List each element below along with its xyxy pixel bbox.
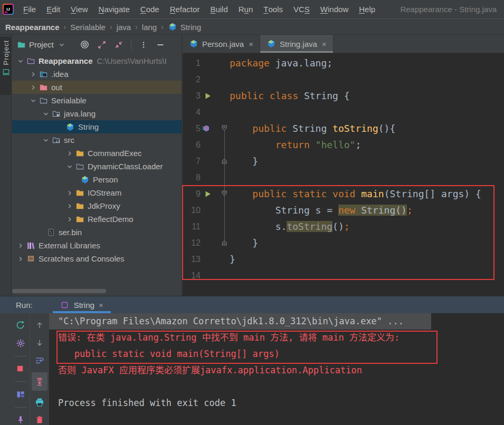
line-number: 13 <box>183 255 201 264</box>
breadcrumb-item-lang[interactable]: lang <box>142 23 157 32</box>
tree-item-java-lang[interactable]: java.lang <box>12 107 182 120</box>
svg-text:10: 10 <box>49 232 52 235</box>
project-panel-title: Project <box>29 40 54 49</box>
pin-icon[interactable] <box>14 414 27 425</box>
editor-area[interactable]: Person.java×String.java× 1package java.l… <box>183 35 504 296</box>
more-options-icon[interactable] <box>139 40 148 50</box>
tree-item-string[interactable]: String <box>12 120 182 133</box>
chevron-down-icon[interactable] <box>41 110 51 118</box>
project-tree: ReappearanceC:\Users\VanHurts\I.ideaoutS… <box>12 54 182 265</box>
menu-vcs[interactable]: VCS <box>288 0 315 19</box>
chevron-right-icon[interactable] <box>65 189 74 197</box>
chevron-down-icon[interactable] <box>41 137 51 144</box>
tree-item-src[interactable]: src <box>12 133 182 147</box>
run-tab-string[interactable]: String × <box>53 296 111 313</box>
tree-item-person[interactable]: Person <box>12 173 182 186</box>
tree-item-label: String <box>78 122 99 131</box>
code-line-3: 3public class String { <box>183 88 504 104</box>
chevron-right-icon[interactable] <box>65 216 74 223</box>
breadcrumb-item-reappearance[interactable]: Reappearance <box>5 23 60 32</box>
expand-all-icon[interactable] <box>97 40 107 50</box>
editor-tab-person-java[interactable]: Person.java× <box>183 35 260 53</box>
breadcrumb-item-string[interactable]: String <box>168 22 201 32</box>
chevron-right-icon[interactable] <box>16 242 25 249</box>
menu-build[interactable]: Build <box>205 0 233 19</box>
project-panel-header: Project <box>12 35 182 54</box>
breadcrumb-item-serialable[interactable]: Serialable <box>70 23 106 32</box>
restore-layout-icon[interactable] <box>14 389 27 400</box>
settings-icon[interactable] <box>14 337 27 349</box>
tree-item-commandexec[interactable]: CommandExec <box>12 147 182 160</box>
menu-navigate[interactable]: Navigate <box>93 0 135 19</box>
override-icon[interactable] <box>199 124 210 133</box>
project-tool-window: Project ReappearanceC:\Users\VanHurts\I.… <box>12 35 182 296</box>
chevron-right-icon[interactable] <box>16 255 25 263</box>
chevron-right-icon[interactable] <box>28 84 38 91</box>
tree-item-out[interactable]: out <box>12 81 182 94</box>
chevron-down-icon[interactable] <box>57 40 66 50</box>
intellij-logo-icon: IJ <box>3 4 14 15</box>
chevron-right-icon[interactable] <box>65 150 74 157</box>
menu-edit[interactable]: Edit <box>41 0 65 19</box>
scroll-to-end-icon[interactable] <box>32 372 47 391</box>
tree-item-jdkproxy[interactable]: JdkProxy <box>12 199 182 213</box>
menu-tools[interactable]: Tools <box>258 0 288 19</box>
run-triangle-icon[interactable] <box>203 92 213 100</box>
tree-item-reappearance[interactable]: ReappearanceC:\Users\VanHurts\I <box>12 54 182 67</box>
stop-icon[interactable] <box>14 363 27 374</box>
up-arrow-icon[interactable] <box>33 320 46 331</box>
menu-view[interactable]: View <box>65 0 93 19</box>
down-arrow-icon[interactable] <box>33 337 46 349</box>
tree-item-scratches-and-consoles[interactable]: Scratches and Consoles <box>12 252 182 265</box>
class-icon <box>80 176 90 184</box>
tree-item-label: DynamicClassLoader <box>88 162 163 171</box>
tree-horizontal-scrollbar[interactable] <box>12 289 106 293</box>
tree-item-dynamicclassloader[interactable]: DynamicClassLoader <box>12 160 182 173</box>
project-folder <box>26 57 35 65</box>
tree-item-iostream[interactable]: IOStream <box>12 186 182 199</box>
tree-item-serialable[interactable]: Serialable <box>12 94 182 107</box>
tree-item-ser-bin[interactable]: 0110ser.bin <box>12 226 182 239</box>
menu-window[interactable]: Window <box>315 0 354 19</box>
plain-folder <box>39 96 48 104</box>
menu-file[interactable]: File <box>18 0 41 19</box>
code-line-1: 1package java.lang; <box>183 55 504 71</box>
trash-icon[interactable] <box>33 414 46 425</box>
tree-item-reflectdemo[interactable]: ReflectDemo <box>12 213 182 226</box>
run-triangle-icon[interactable] <box>203 190 213 198</box>
line-number: 3 <box>183 91 201 101</box>
close-icon[interactable]: × <box>99 301 103 310</box>
code-area[interactable]: 1package java.lang;23public class String… <box>183 53 504 296</box>
source-folder <box>51 136 61 144</box>
close-icon[interactable]: × <box>249 40 253 49</box>
editor-tab-string-java[interactable]: String.java× <box>260 35 334 53</box>
yellow-folder <box>75 189 84 197</box>
chevron-right-icon[interactable] <box>28 71 38 78</box>
console-output[interactable]: "C:\Program Files\Amazon Corretto\jdk1.8… <box>49 313 504 425</box>
target-icon[interactable] <box>80 40 90 50</box>
chevron-right-icon[interactable] <box>65 202 74 210</box>
menu-refactor[interactable]: Refactor <box>165 0 205 19</box>
line-number: 1 <box>183 59 201 68</box>
code-line-7: 7 } <box>183 153 504 169</box>
console-line-4: 否则 JavaFX 应用程序类必须扩展javafx.application.Ap… <box>49 362 504 379</box>
tree-item--idea[interactable]: .idea <box>12 67 182 81</box>
chevron-down-icon[interactable] <box>65 163 74 170</box>
menu-code[interactable]: Code <box>135 0 165 19</box>
tree-item-external-libraries[interactable]: External Libraries <box>12 239 182 252</box>
chevron-down-icon[interactable] <box>28 97 38 104</box>
window-title: Reappearance - String.java <box>400 5 497 14</box>
printer-icon[interactable] <box>33 397 46 408</box>
softwrap-icon[interactable] <box>33 354 46 366</box>
chevron-down-icon[interactable] <box>16 57 25 65</box>
hide-panel-icon[interactable] <box>156 40 165 50</box>
collapse-all-icon[interactable] <box>114 40 123 50</box>
breadcrumb-item-java[interactable]: java <box>117 23 131 32</box>
menu-run[interactable]: Run <box>233 0 259 19</box>
menu-help[interactable]: Help <box>354 0 381 19</box>
tree-item-label: External Libraries <box>39 241 100 250</box>
line-number: 12 <box>183 238 201 248</box>
close-icon[interactable]: × <box>322 40 327 49</box>
tool-stripe-project-button[interactable]: Project <box>0 37 12 95</box>
rerun-icon[interactable] <box>14 320 27 331</box>
